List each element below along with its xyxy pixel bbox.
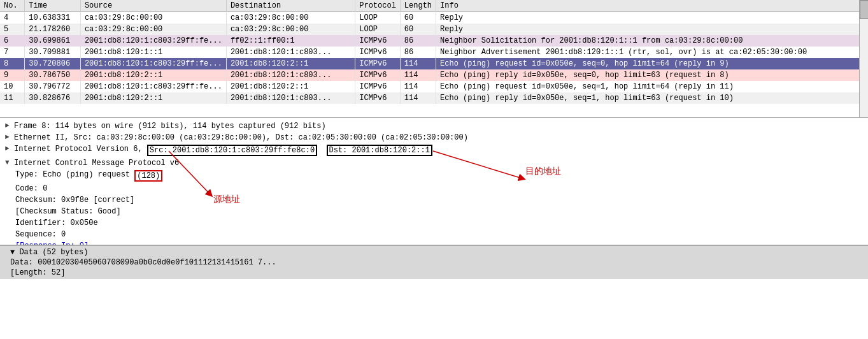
sequence-row: Sequence: 0 <box>0 229 868 240</box>
table-row[interactable]: 521.178260ca:03:29:8c:00:00ca:03:29:8c:0… <box>0 24 868 35</box>
data-header-text: Data (52 bytes) <box>19 248 88 257</box>
cell-5: 60 <box>400 12 436 24</box>
cell-0: 4 <box>0 12 25 24</box>
code-text: Code: 0 <box>15 184 47 193</box>
cell-2: 2001:db8:120:1:c803:29ff:fe... <box>80 35 226 47</box>
col-source: Source <box>80 0 226 12</box>
scrollbar-thumb[interactable] <box>860 0 868 19</box>
data-value-text: Data: 000102030405060708090a0b0c0d0e0f10… <box>10 258 276 267</box>
cell-2: 2001:db8:120:2::1 <box>80 69 226 81</box>
data-value-row: Data: 000102030405060708090a0b0c0d0e0f10… <box>5 257 863 268</box>
checksum-text: Checksum: 0x9f8e [correct] <box>15 196 134 205</box>
cell-4: ICMPv6 <box>355 81 401 92</box>
ip-src-box: Src: 2001:db8:120:1:c803:29ff:fe8c:0 <box>147 145 317 156</box>
frame-text: Frame 8: 114 bytes on wire (912 bits), 1… <box>14 122 326 131</box>
table-row[interactable]: 930.7867502001:db8:120:2::12001:db8:120:… <box>0 69 868 81</box>
type-box: (128) <box>134 170 162 182</box>
table-row[interactable]: 1130.8286762001:db8:120:2::12001:db8:120… <box>0 92 868 104</box>
response-link[interactable]: [Response In: 9] <box>15 242 89 245</box>
cell-2: 2001:db8:120:2::1 <box>80 92 226 104</box>
ip-dst-box: Dst: 2001:db8:120:2::1 <box>327 145 432 156</box>
cell-1: 30.699861 <box>25 35 81 47</box>
packet-list[interactable]: No. Time Source Destination Protocol Len… <box>0 0 868 118</box>
cell-4: ICMPv6 <box>355 92 401 104</box>
ip-row[interactable]: ► Internet Protocol Version 6, Src: 2001… <box>0 143 868 157</box>
cell-6: Echo (ping) reply id=0x050e, seq=0, hop … <box>436 69 868 81</box>
table-header: No. Time Source Destination Protocol Len… <box>0 0 868 12</box>
cell-6: Echo (ping) request id=0x050e, seq=1, ho… <box>436 81 868 92</box>
eth-row[interactable]: ► Ethernet II, Src: ca:03:29:8c:00:00 (c… <box>0 132 868 143</box>
cell-1: 30.796772 <box>25 81 81 92</box>
cell-3: ff02::1:ff00:1 <box>226 35 355 47</box>
cell-0: 6 <box>0 35 25 47</box>
cell-5: 114 <box>400 69 436 81</box>
identifier-text: Identifier: 0x050e <box>15 219 98 227</box>
cell-0: 10 <box>0 81 25 92</box>
cell-2: 2001:db8:120:1::1 <box>80 47 226 58</box>
cell-3: ca:03:29:8c:00:00 <box>226 12 355 24</box>
cell-3: 2001:db8:120:2::1 <box>226 58 355 69</box>
eth-arrow: ► <box>5 133 11 141</box>
data-header-row[interactable]: ▼ Data (52 bytes) <box>5 247 863 257</box>
cell-1: 30.720806 <box>25 58 81 69</box>
cell-0: 5 <box>0 24 25 35</box>
identifier-row: Identifier: 0x050e <box>0 217 868 229</box>
table-row[interactable]: 630.6998612001:db8:120:1:c803:29ff:fe...… <box>0 35 868 47</box>
cell-0: 8 <box>0 58 25 69</box>
response-row[interactable]: [Response In: 9] <box>0 240 868 245</box>
packet-table: No. Time Source Destination Protocol Len… <box>0 0 868 104</box>
code-row: Code: 0 <box>0 183 868 194</box>
table-row[interactable]: 410.638331ca:03:29:8c:00:00ca:03:29:8c:0… <box>0 12 868 24</box>
cell-2: 2001:db8:120:1:c803:29ff:fe... <box>80 58 226 69</box>
table-row[interactable]: 730.7098812001:db8:120:1::12001:db8:120:… <box>0 47 868 58</box>
icmp-text: Internet Control Message Protocol v6 <box>14 159 179 168</box>
cell-6: Neighbor Solicitation for 2001:db8:120:1… <box>436 35 868 47</box>
icmp-row[interactable]: ▼ Internet Control Message Protocol v6 <box>0 157 868 169</box>
cell-0: 11 <box>0 92 25 104</box>
cell-6: Reply <box>436 24 868 35</box>
cell-6: Neighbor Advertisement 2001:db8:120:1::1… <box>436 47 868 58</box>
cell-3: 2001:db8:120:1:c803... <box>226 69 355 81</box>
eth-text: Ethernet II, Src: ca:03:29:8c:00:00 (ca:… <box>14 133 468 142</box>
cell-2: ca:03:29:8c:00:00 <box>80 12 226 24</box>
cell-5: 60 <box>400 24 436 35</box>
frame-arrow: ► <box>5 122 11 129</box>
cell-3: 2001:db8:120:1:c803... <box>226 92 355 104</box>
cell-1: 21.178260 <box>25 24 81 35</box>
cell-4: ICMPv6 <box>355 47 401 58</box>
table-row[interactable]: 830.7208062001:db8:120:1:c803:29ff:fe...… <box>0 58 868 69</box>
table-row[interactable]: 1030.7967722001:db8:120:1:c803:29ff:fe..… <box>0 81 868 92</box>
col-destination: Destination <box>226 0 355 12</box>
length-text: [Length: 52] <box>10 268 65 277</box>
cell-4: LOOP <box>355 12 401 24</box>
ip-arrow: ► <box>5 145 11 152</box>
cell-3: 2001:db8:120:1:c803... <box>226 47 355 58</box>
cell-2: 2001:db8:120:1:c803:29ff:fe... <box>80 81 226 92</box>
cell-1: 30.709881 <box>25 47 81 58</box>
cell-3: ca:03:29:8c:00:00 <box>226 24 355 35</box>
cell-4: ICMPv6 <box>355 58 401 69</box>
checksum-row: Checksum: 0x9f8e [correct] <box>0 194 868 206</box>
cell-5: 114 <box>400 81 436 92</box>
cell-5: 114 <box>400 92 436 104</box>
cell-6: Echo (ping) request id=0x050e, seq=0, ho… <box>436 58 868 69</box>
frame-row[interactable]: ► Frame 8: 114 bytes on wire (912 bits),… <box>0 120 868 132</box>
cell-4: ICMPv6 <box>355 69 401 81</box>
col-time: Time <box>25 0 81 12</box>
ip-prefix: Internet Protocol Version 6, <box>14 145 143 154</box>
cell-1: 10.638331 <box>25 12 81 24</box>
cell-2: ca:03:29:8c:00:00 <box>80 24 226 35</box>
detail-panel-wrapper: ► Frame 8: 114 bytes on wire (912 bits),… <box>0 118 868 245</box>
cell-4: LOOP <box>355 24 401 35</box>
cell-0: 7 <box>0 47 25 58</box>
checksum-status-text: [Checksum Status: Good] <box>15 207 121 216</box>
cell-3: 2001:db8:120:2::1 <box>226 81 355 92</box>
cell-0: 9 <box>0 69 25 81</box>
length-row: [Length: 52] <box>5 268 863 278</box>
type-prefix: Type: Echo (ping) request <box>15 170 130 179</box>
vertical-scrollbar[interactable] <box>859 0 868 118</box>
sequence-text: Sequence: 0 <box>15 230 66 239</box>
cell-1: 30.828676 <box>25 92 81 104</box>
cell-4: ICMPv6 <box>355 35 401 47</box>
detail-panel: ► Frame 8: 114 bytes on wire (912 bits),… <box>0 118 868 245</box>
